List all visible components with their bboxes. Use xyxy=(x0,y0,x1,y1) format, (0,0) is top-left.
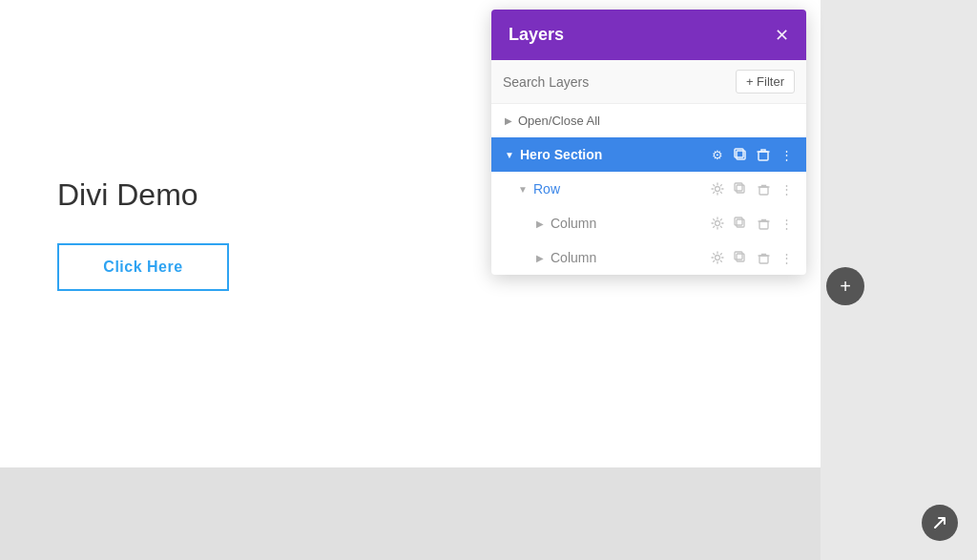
layers-close-button[interactable]: ✕ xyxy=(775,27,789,44)
layer-item-column-2[interactable]: ▶ Column ⋮ xyxy=(491,240,806,275)
demo-title: Divi Demo xyxy=(57,177,229,213)
layer-icons-hero: ⚙ ⋮ xyxy=(709,146,795,163)
layers-panel: Layers ✕ + Filter ▶ Open/Close All ▼ Her… xyxy=(491,10,806,275)
canvas-content: Divi Demo Click Here xyxy=(57,177,229,291)
layers-search-row: + Filter xyxy=(491,60,806,104)
svg-point-11 xyxy=(716,256,720,260)
more-icon-hero[interactable]: ⋮ xyxy=(778,146,795,163)
layer-name-col2: Column xyxy=(551,250,709,265)
svg-rect-2 xyxy=(759,152,768,160)
layer-name-hero: Hero Section xyxy=(520,147,709,162)
dup-svg-row xyxy=(734,182,747,196)
svg-rect-5 xyxy=(735,183,742,191)
filter-button[interactable]: + Filter xyxy=(736,70,795,93)
settings-svg-row xyxy=(711,182,724,196)
duplicate-icon-col1[interactable] xyxy=(732,215,749,232)
expand-icon-col1: ▶ xyxy=(533,217,547,230)
layer-name-col1: Column xyxy=(551,216,709,231)
add-element-button[interactable]: + xyxy=(826,267,864,305)
delete-svg xyxy=(757,148,770,161)
svg-rect-13 xyxy=(735,252,742,259)
duplicate-icon-hero[interactable] xyxy=(732,146,749,163)
more-icon-row[interactable]: ⋮ xyxy=(778,180,795,197)
layer-name-row: Row xyxy=(533,181,709,197)
layer-item-row[interactable]: ▼ Row ⋮ xyxy=(491,172,806,206)
expand-icon-hero: ▼ xyxy=(503,148,516,161)
svg-rect-9 xyxy=(735,218,742,225)
settings-icon-col1[interactable] xyxy=(709,215,726,232)
navigate-icon[interactable] xyxy=(922,505,958,541)
svg-rect-6 xyxy=(759,187,768,195)
click-here-button[interactable]: Click Here xyxy=(57,243,229,291)
svg-rect-10 xyxy=(759,221,768,229)
svg-rect-14 xyxy=(759,256,768,263)
del-svg-row xyxy=(758,183,770,196)
more-icon-col1[interactable]: ⋮ xyxy=(778,215,795,232)
more-icon-col2[interactable]: ⋮ xyxy=(778,249,795,266)
duplicate-icon-col2[interactable] xyxy=(732,249,749,266)
bottom-bar xyxy=(0,467,821,560)
layer-item-column-1[interactable]: ▶ Column ⋮ xyxy=(491,206,806,240)
settings-icon-row[interactable] xyxy=(709,180,726,197)
delete-icon-hero[interactable] xyxy=(755,146,772,163)
expand-icon-row: ▼ xyxy=(516,182,530,196)
open-close-label: Open/Close All xyxy=(518,114,600,128)
expand-icon-col2: ▶ xyxy=(533,251,547,264)
svg-point-3 xyxy=(716,187,720,192)
layers-header: Layers ✕ xyxy=(491,10,806,60)
layers-search-input[interactable] xyxy=(503,74,728,90)
open-close-all-row[interactable]: ▶ Open/Close All xyxy=(491,104,806,137)
delete-icon-col1[interactable] xyxy=(755,215,772,232)
layer-icons-col2: ⋮ xyxy=(709,249,795,266)
svg-rect-4 xyxy=(737,185,744,193)
layer-item-hero-section[interactable]: ▼ Hero Section ⚙ ⋮ xyxy=(491,137,806,172)
duplicate-svg xyxy=(734,148,748,162)
open-close-arrow-icon: ▶ xyxy=(505,115,512,126)
delete-icon-col2[interactable] xyxy=(755,249,772,266)
svg-rect-12 xyxy=(737,254,744,261)
settings-icon-hero[interactable]: ⚙ xyxy=(709,146,726,163)
layers-title: Layers xyxy=(509,25,564,45)
delete-icon-row[interactable] xyxy=(755,180,772,197)
layer-icons-row: ⋮ xyxy=(709,180,795,197)
svg-rect-8 xyxy=(737,219,744,227)
svg-point-7 xyxy=(716,221,720,226)
settings-icon-col2[interactable] xyxy=(709,249,726,266)
duplicate-icon-row[interactable] xyxy=(732,180,749,197)
layer-icons-col1: ⋮ xyxy=(709,215,795,232)
arrow-icon xyxy=(931,514,948,531)
